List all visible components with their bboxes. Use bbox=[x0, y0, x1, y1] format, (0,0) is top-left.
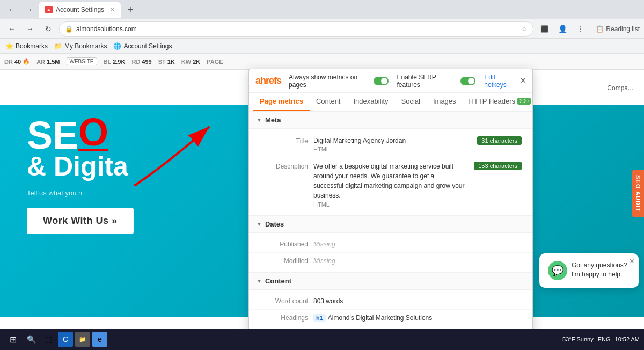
bookmarks-folder[interactable]: ⭐ Bookmarks bbox=[5, 42, 48, 50]
desc-value: We offer a bespoke digital marketing ser… bbox=[313, 162, 465, 200]
content-chevron-icon: ▼ bbox=[257, 278, 262, 284]
http-headers-badge: 200 bbox=[517, 98, 531, 105]
tab-title: Account Settings bbox=[56, 6, 104, 13]
edit-hotkeys-link[interactable]: Edit hotkeys bbox=[484, 74, 515, 89]
chat-widget: × 💬 Got any questions? I'm happy to help… bbox=[539, 253, 639, 288]
title-html-sub: HTML bbox=[313, 146, 522, 152]
description-field-row: Description We offer a bespoke digital m… bbox=[249, 157, 532, 212]
account-settings-bookmark[interactable]: 🌐 Account Settings bbox=[113, 42, 172, 50]
seo-audit-badge[interactable]: SEO AUDIT bbox=[632, 170, 644, 217]
content-section-header[interactable]: ▼ Content bbox=[249, 273, 532, 290]
always-show-toggle[interactable] bbox=[374, 77, 389, 85]
address-bar[interactable]: 🔒 almondsolutions.com ☆ bbox=[59, 21, 533, 37]
address-bar-row: ← → ↻ 🔒 almondsolutions.com ☆ ⬛ 👤 ⋮ 📋 Re… bbox=[0, 19, 644, 39]
star-icon[interactable]: ☆ bbox=[521, 25, 528, 33]
published-value: Missing bbox=[313, 240, 335, 248]
published-field-row: Published Missing bbox=[249, 236, 532, 253]
back-button[interactable]: ← bbox=[4, 2, 19, 17]
headings-field-row: Headings h1 Almond's Digital Marketing S… bbox=[249, 310, 532, 326]
lock-icon: 🔒 bbox=[65, 25, 73, 33]
back-nav-btn[interactable]: ← bbox=[4, 21, 19, 37]
tab-images[interactable]: Images bbox=[427, 93, 463, 111]
tab-close-icon[interactable]: × bbox=[111, 6, 114, 13]
dates-section-body: Published Missing Modified Missing bbox=[249, 233, 532, 273]
modified-field-row: Modified Missing bbox=[249, 253, 532, 269]
meta-section: ▼ Meta Title Digital Marketing Agency Jo… bbox=[249, 112, 532, 216]
headings-label: Headings bbox=[260, 314, 308, 322]
enable-serp-label: Enable SERP features bbox=[397, 74, 453, 89]
modified-label: Modified bbox=[260, 257, 308, 265]
modified-value: Missing bbox=[313, 257, 335, 265]
forward-button[interactable]: → bbox=[21, 2, 36, 17]
bl-metric: BL 2.9K bbox=[104, 59, 126, 65]
forward-nav-btn[interactable]: → bbox=[23, 21, 38, 37]
active-tab[interactable]: A Account Settings × bbox=[39, 2, 121, 18]
popup-close-button[interactable]: × bbox=[520, 75, 526, 86]
tab-social[interactable]: Social bbox=[395, 93, 427, 111]
taskbar-task-view-icon[interactable]: ⬚ bbox=[41, 332, 56, 347]
compare-link[interactable]: Compa... bbox=[607, 84, 633, 92]
taskbar-chrome-icon[interactable]: C bbox=[58, 332, 73, 347]
wordcount-label: Word count bbox=[260, 297, 308, 305]
taskbar-clock: 10:52 AM bbox=[615, 336, 640, 342]
extensions-btn[interactable]: ⬛ bbox=[537, 21, 552, 37]
taskbar-time: 10:52 AM bbox=[615, 336, 640, 342]
work-with-us-button[interactable]: Work With Us » bbox=[27, 208, 134, 234]
dr-metric: DR 40 🔥 bbox=[4, 58, 30, 65]
meta-section-body: Title Digital Marketing Agency Jordan 31… bbox=[249, 129, 532, 216]
rd-metric: RD 499 bbox=[131, 59, 151, 65]
taskbar-edge-icon[interactable]: e bbox=[92, 332, 107, 347]
always-show-label: Always show metrics on pages bbox=[289, 74, 365, 89]
new-tab-button[interactable]: + bbox=[123, 2, 138, 17]
taskbar-weather: 53°F Sunny bbox=[562, 336, 594, 342]
title-value: Digital Marketing Agency Jordan bbox=[313, 137, 406, 144]
chat-avatar: 💬 bbox=[548, 261, 567, 280]
desc-label: Description bbox=[260, 162, 308, 170]
my-bookmarks-folder[interactable]: 📁 My Bookmarks bbox=[54, 42, 107, 50]
popup-header: ahrefs Always show metrics on pages Enab… bbox=[249, 69, 532, 93]
ar-metric: AR 1.5M bbox=[36, 59, 60, 65]
st-metric: ST 1K bbox=[158, 59, 175, 65]
chat-close-button[interactable]: × bbox=[630, 257, 634, 266]
page-metric: PAGE bbox=[207, 59, 223, 65]
taskbar-search-icon[interactable]: 🔍 bbox=[24, 332, 39, 347]
title-label: Title bbox=[260, 136, 308, 145]
ahrefs-logo: ahrefs bbox=[255, 75, 281, 86]
reading-list[interactable]: 📋 Reading list bbox=[596, 25, 640, 33]
tab-http-headers[interactable]: HTTP Headers 200 bbox=[463, 93, 532, 111]
title-chars-badge: 31 characters bbox=[477, 136, 522, 145]
h1-tag-badge: h1 bbox=[313, 314, 326, 322]
menu-btn[interactable]: ⋮ bbox=[573, 21, 588, 37]
taskbar-right: 53°F Sunny ENG 10:52 AM bbox=[562, 336, 640, 342]
desc-chars-badge: 153 characters bbox=[474, 162, 522, 170]
heading-text: Almond's Digital Marketing Solutions bbox=[328, 314, 432, 322]
tab-bar: ← → A Account Settings × + bbox=[0, 0, 644, 19]
popup-content: ▼ Meta Title Digital Marketing Agency Jo… bbox=[249, 112, 532, 337]
wordcount-field-row: Word count 803 words bbox=[249, 293, 532, 310]
taskbar: ⊞ 🔍 ⬚ C 📁 e 53°F Sunny ENG 10:52 AM bbox=[0, 329, 644, 350]
content-section-body: Word count 803 words Headings h1 Almond'… bbox=[249, 290, 532, 330]
tab-page-metrics[interactable]: Page metrics bbox=[253, 93, 310, 111]
tab-content[interactable]: Content bbox=[310, 93, 347, 111]
desc-html-sub: HTML bbox=[313, 201, 522, 208]
desc-value-container: We offer a bespoke digital marketing ser… bbox=[313, 162, 522, 208]
browser-chrome: ← → A Account Settings × + ← → ↻ 🔒 almon… bbox=[0, 0, 644, 70]
meta-section-header[interactable]: ▼ Meta bbox=[249, 112, 532, 129]
taskbar-left: ⊞ 🔍 ⬚ C 📁 e bbox=[4, 331, 107, 348]
reload-btn[interactable]: ↻ bbox=[41, 21, 56, 37]
tab-indexability[interactable]: Indexability bbox=[347, 93, 394, 111]
taskbar-explorer-icon[interactable]: 📁 bbox=[75, 332, 90, 347]
profile-btn[interactable]: 👤 bbox=[555, 21, 570, 37]
start-button[interactable]: ⊞ bbox=[4, 331, 21, 348]
published-label: Published bbox=[260, 240, 308, 248]
meta-chevron-icon: ▼ bbox=[257, 117, 262, 123]
url-text: almondsolutions.com bbox=[76, 25, 137, 33]
tab-favicon: A bbox=[45, 6, 53, 13]
content-section: ▼ Content Word count 803 words Headings … bbox=[249, 273, 532, 330]
dates-section-header[interactable]: ▼ Dates bbox=[249, 216, 532, 233]
fire-icon: 🔥 bbox=[23, 58, 30, 65]
website-badge: WEBSITE bbox=[67, 57, 97, 65]
red-arrow bbox=[123, 116, 231, 191]
serp-features-toggle[interactable] bbox=[460, 77, 475, 85]
title-field-row: Title Digital Marketing Agency Jordan 31… bbox=[249, 132, 532, 157]
